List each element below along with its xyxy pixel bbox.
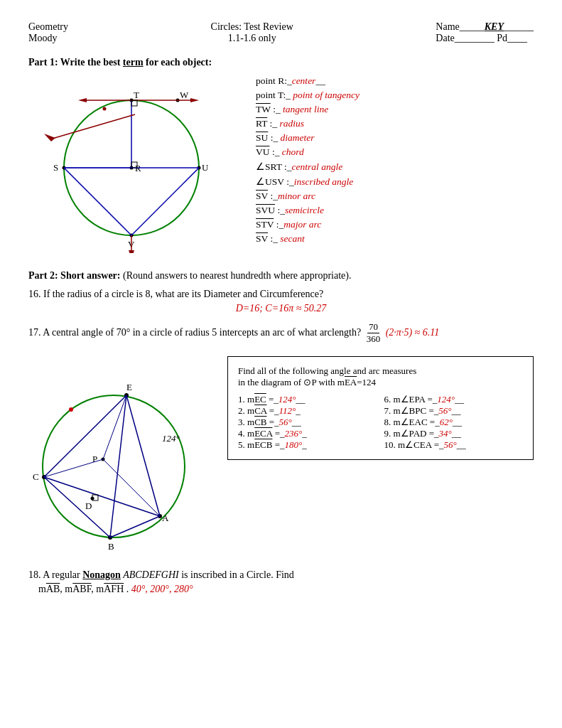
svg-text:E: E bbox=[126, 382, 132, 392]
find-item-6: 6. m∠EPA =_124°__ bbox=[384, 394, 524, 405]
date-line: Date________ Pd____ bbox=[436, 33, 534, 44]
section-label: 1.1-1.6 only bbox=[211, 33, 293, 44]
school-label: Geometry bbox=[28, 21, 68, 33]
find-col2: 6. m∠EPA =_124°__ 7. m∠BPC =_56°__ 8. m∠… bbox=[384, 394, 524, 451]
term-item-12: SV :_ secant bbox=[256, 233, 534, 245]
find-item-4: 4. mECA =_236°_ bbox=[238, 428, 377, 439]
find-box: Find all of the following angle and arc … bbox=[227, 356, 534, 460]
svg-marker-14 bbox=[78, 98, 87, 102]
circle-diagram-2: P E C A B D 124° bbox=[28, 356, 213, 558]
svg-line-50 bbox=[103, 459, 160, 516]
svg-line-43 bbox=[126, 395, 160, 516]
question-18: 18. A regular Nonagon ABCDEFGHI is inscr… bbox=[28, 569, 534, 595]
q18-num: 18. bbox=[28, 569, 41, 580]
svg-marker-15 bbox=[190, 98, 199, 102]
header-center: Circles: Test Review 1.1-1.6 only bbox=[211, 21, 293, 44]
q16-answer: D=16; C=16π ≈ 50.27 bbox=[28, 303, 534, 314]
q17-answer: (2·π·5) ≈ 6.11 bbox=[386, 327, 439, 338]
q17-fraction: 70 360 bbox=[365, 321, 382, 345]
q16-num: 16. bbox=[28, 289, 43, 299]
svg-text:P: P bbox=[92, 454, 97, 464]
course-title: Circles: Test Review bbox=[211, 21, 293, 33]
term-item-8: ∠USV :_inscribed angle bbox=[256, 176, 534, 188]
q18-line2: mAB, mABF, mAFH . 40°, 200°, 280° bbox=[28, 584, 534, 595]
svg-line-19 bbox=[131, 168, 199, 235]
circle-diagram-1: R T W S U V bbox=[28, 75, 242, 256]
q18-nonagon: Nonagon bbox=[82, 569, 121, 580]
term-item-2: point T:_ point of tangency bbox=[256, 90, 534, 101]
q18-text1: A regular bbox=[43, 569, 82, 580]
term-item-7: ∠SRT :_central angle bbox=[256, 161, 534, 173]
answer-9: minor arc bbox=[278, 191, 315, 201]
page-header: Geometry Moody Circles: Test Review 1.1-… bbox=[28, 21, 534, 44]
answer-2: point of tangency bbox=[293, 90, 360, 100]
find-item-8: 8. m∠EAC =_62°__ bbox=[384, 417, 524, 428]
svg-text:D: D bbox=[85, 500, 92, 511]
term-item-4: RT :_ radius bbox=[256, 118, 534, 129]
part2-diagram-section: P E C A B D 124° bbox=[28, 356, 534, 558]
part2-instruction: (Round answers to nearest hundredth wher… bbox=[123, 270, 352, 281]
svg-line-20 bbox=[64, 168, 131, 235]
fraction-numerator: 70 bbox=[367, 321, 379, 333]
question-16: 16. If the radius of a circle is 8, what… bbox=[28, 289, 534, 300]
find-item-9: 9. m∠PAD =_34°__ bbox=[384, 428, 524, 439]
answer-11: major arc bbox=[283, 219, 321, 230]
part2-subtitle: Short answer: bbox=[60, 270, 120, 281]
teacher-label: Moody bbox=[28, 33, 68, 44]
answer-4: radius bbox=[279, 118, 304, 129]
svg-text:U: U bbox=[202, 162, 209, 173]
svg-marker-27 bbox=[129, 250, 134, 253]
part2-label: Part 2: bbox=[28, 270, 58, 281]
find-box-title: Find all of the following angle and arc … bbox=[238, 365, 523, 388]
svg-point-52 bbox=[69, 407, 73, 412]
svg-text:B: B bbox=[108, 541, 114, 552]
answer-8: inscribed angle bbox=[294, 176, 354, 187]
q18-answer: 40°, 200°, 280° bbox=[131, 584, 193, 594]
fraction-denominator: 360 bbox=[365, 333, 382, 345]
header-right: Name_____KEY______ Date________ Pd____ bbox=[436, 21, 534, 44]
part2-title-line: Part 2: Short answer: (Round answers to … bbox=[28, 270, 534, 282]
question-17: 17. A central angle of 70° in a circle o… bbox=[28, 321, 534, 345]
part1-content: R T W S U V bbox=[28, 75, 534, 256]
find-col1: 1. mEC =_124°__ 2. mCA =_112°_ 3. mCB =_… bbox=[238, 394, 377, 451]
find-item-2: 2. mCA =_112°_ bbox=[238, 405, 377, 417]
q17-text: A central angle of 70° in a circle of ra… bbox=[43, 327, 363, 338]
svg-marker-24 bbox=[44, 134, 55, 141]
answer-7: central angle bbox=[292, 161, 343, 172]
svg-text:C: C bbox=[33, 471, 39, 482]
find-item-10: 10. m∠CEA =_56°__ bbox=[384, 439, 524, 451]
term-item-5: SU :_ diameter bbox=[256, 132, 534, 144]
svg-text:S: S bbox=[53, 162, 58, 173]
q16-answer-text: D=16; C=16π ≈ 50.27 bbox=[236, 303, 327, 314]
find-item-5: 5. mECB =_180°_ bbox=[238, 439, 377, 451]
term-item-9: SV :_minor arc bbox=[256, 191, 534, 202]
find-grid: 1. mEC =_124°__ 2. mCA =_112°_ 3. mCB =_… bbox=[238, 394, 523, 451]
term-item-11: STV :_major arc bbox=[256, 219, 534, 230]
answer-3: tangent line bbox=[283, 104, 328, 114]
svg-text:T: T bbox=[134, 90, 139, 100]
find-item-3: 3. mCB =_56°__ bbox=[238, 417, 377, 428]
term-item-3: TW :_ tangent line bbox=[256, 104, 534, 115]
q18-label: ABCDEFGHI bbox=[121, 569, 179, 580]
find-item-1: 1. mEC =_124°__ bbox=[238, 394, 377, 405]
svg-text:W: W bbox=[180, 90, 189, 100]
terms-list: point R:_center__ point T:_ point of tan… bbox=[256, 75, 534, 256]
term-item-6: VU :_ chord bbox=[256, 146, 534, 158]
part2-section: Part 2: Short answer: (Round answers to … bbox=[28, 270, 534, 345]
q17-num: 17. bbox=[28, 327, 43, 338]
answer-6: chord bbox=[282, 146, 304, 157]
term-item-1: point R:_center__ bbox=[256, 75, 534, 87]
svg-line-46 bbox=[44, 477, 110, 537]
q18-text2: is inscribed in a Circle. Find bbox=[179, 569, 294, 580]
diagram-svg-2: P E C A B D 124° bbox=[28, 356, 210, 555]
name-line: Name_____KEY______ bbox=[436, 21, 534, 33]
name-key: KEY bbox=[485, 21, 504, 32]
find-item-7: 7. m∠BPC =_56°__ bbox=[384, 405, 524, 417]
q16-text: If the radius of a circle is 8, what are… bbox=[43, 289, 323, 299]
answer-5: diameter bbox=[281, 132, 315, 143]
answer-12: secant bbox=[280, 233, 305, 244]
answer-10: semicircle bbox=[285, 205, 324, 215]
svg-text:A: A bbox=[162, 513, 169, 523]
svg-text:124°: 124° bbox=[162, 433, 180, 444]
svg-line-45 bbox=[44, 477, 160, 516]
